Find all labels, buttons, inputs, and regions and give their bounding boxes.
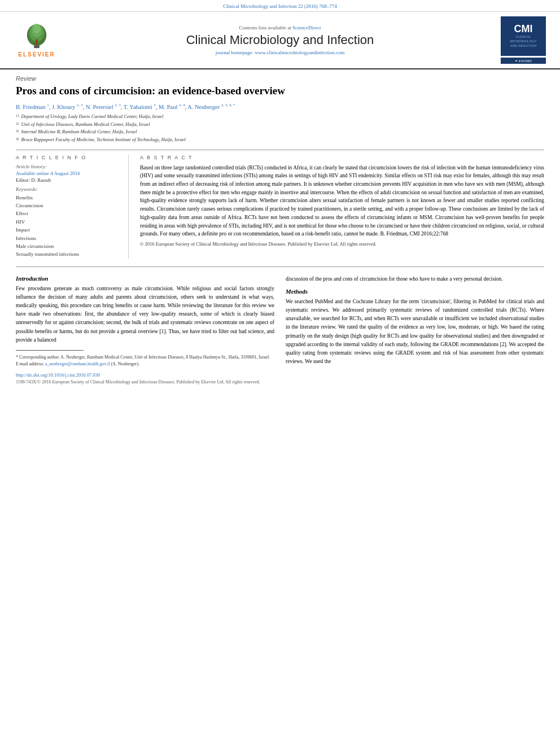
journal-homepage-line: journal homepage: www.clinicalmicrobiolo… [68,50,492,55]
intro-title: Introduction [16,275,274,282]
journal-title-area: Contents lists available at ScienceDirec… [68,25,492,55]
intro-paragraph: Few procedures generate as much controve… [16,285,274,344]
journal-name: Clinical Microbiology and Infection [68,33,492,47]
abstract-paragraph: Based on three large randomized controll… [140,164,544,238]
available-online: Available online 4 August 2016 [16,171,120,176]
footnote-divider [16,350,84,351]
footnote-corresponding: * Corresponding author. A. Neuberger, Ra… [16,354,274,368]
footnote-email-name: (A. Neuberger). [111,361,139,366]
issn-line: 1198-743X/© 2016 European Society of Cli… [16,379,274,385]
elsevier-logo: ELSEVIER [11,23,62,58]
cmi-abbreviation: CMI [514,24,533,34]
escmid-badge: ✦ ESCMID [501,58,546,64]
sciencedirect-line: Contents lists available at ScienceDirec… [68,25,492,30]
contents-label: Contents lists available at [239,25,291,30]
methods-body: We searched PubMed and the Cochrane Libr… [286,298,544,366]
homepage-url[interactable]: www.clinicalmicrobiologyandinfection.com [255,50,344,55]
affiliation-3: 3) Internal Medicine B, Rambam Medical C… [16,128,544,136]
intro-body: Few procedures generate as much controve… [16,285,274,344]
doi-link[interactable]: http://dx.doi.org/10.1016/j.cmi.2016.07.… [16,372,274,378]
body-left-column: Introduction Few procedures generate as … [16,275,274,385]
article-info-column: A R T I C L E I N F O Article history: A… [16,155,129,259]
copyright-text: © 2016 European Society of Clinical Micr… [140,241,544,248]
keyword-infections: Infections [16,234,120,242]
body-section: Introduction Few procedures generate as … [16,275,544,385]
journal-citation-text: Clinical Microbiology and Infection 22 (… [223,3,336,9]
affiliation-4: 4) Bruce Rappaport Faculty of Medicine, … [16,136,544,144]
intro-continued-paragraph: discussion of the pros and cons of circu… [286,275,544,283]
elsevier-tree-icon [20,23,54,50]
main-content: Review Pros and cons of circumcision: an… [0,69,560,390]
keywords-label: Keywords: [16,186,120,192]
article-title: Pros and cons of circumcision: an eviden… [16,84,544,98]
svg-point-4 [33,23,40,33]
body-divider [16,267,544,267]
abstract-column: A B S T R A C T Based on three large ran… [140,155,544,259]
homepage-label: journal homepage: [216,50,253,55]
elsevier-wordmark: ELSEVIER [18,51,55,58]
keyword-impact: Impact [16,226,120,234]
escmid-text: ✦ ESCMID [515,59,532,63]
article-divider [16,150,544,150]
footnote-email-label: E-mail address: [16,361,44,366]
affiliation-1: 1) Department of Urology, Lady Davis Car… [16,113,544,121]
page: Clinical Microbiology and Infection 22 (… [0,0,560,747]
journal-header: ELSEVIER Contents lists available at Sci… [0,12,560,69]
affiliation-2: 2) Unit of Infectious Diseases, Rambam M… [16,121,544,129]
body-right-column: discussion of the pros and cons of circu… [286,275,544,385]
affiliations-list: 1) Department of Urology, Lady Davis Car… [16,113,544,143]
cmi-badge: CMI CLINICALMICROBIOLOGYAND INFECTION [501,16,546,56]
editor-line: Editor: D. Raoult [16,177,120,183]
intro-continuation: discussion of the pros and cons of circu… [286,275,544,283]
keyword-circumcision: Circumcision [16,202,120,209]
keyword-sti: Sexually transmitted infections [16,250,120,258]
article-info-header: A R T I C L E I N F O [16,155,120,160]
journal-citation-bar: Clinical Microbiology and Infection 22 (… [0,0,560,12]
keyword-benefits: Benefits [16,194,120,202]
publisher-logo-area: ELSEVIER [11,23,62,58]
keyword-effect: Effect [16,209,120,217]
sciencedirect-link[interactable]: ScienceDirect [292,25,321,30]
article-type-label: Review [16,75,544,82]
article-info-abstract-section: A R T I C L E I N F O Article history: A… [16,155,544,259]
abstract-body: Based on three large randomized controll… [140,164,544,248]
footnote-text: * Corresponding author. A. Neuberger, Ra… [16,355,270,360]
footnote-email-link[interactable]: a_neuberger@rambam.health.gov.il [45,361,110,366]
svg-rect-5 [36,39,38,45]
cmi-full-name: CLINICALMICROBIOLOGYAND INFECTION [510,35,536,48]
keyword-hiv: HIV [16,218,120,226]
cmi-badge-area: CMI CLINICALMICROBIOLOGYAND INFECTION ✦ … [498,16,549,64]
methods-title: Methods [286,288,544,295]
authors-line: B. Friedman 1, J. Khoury 2, 3, N. Peters… [16,103,544,110]
methods-paragraph: We searched PubMed and the Cochrane Libr… [286,298,544,366]
keyword-male-circumcision: Male circumcision [16,242,120,250]
abstract-header: A B S T R A C T [140,155,544,160]
history-label: Article history: [16,164,120,169]
